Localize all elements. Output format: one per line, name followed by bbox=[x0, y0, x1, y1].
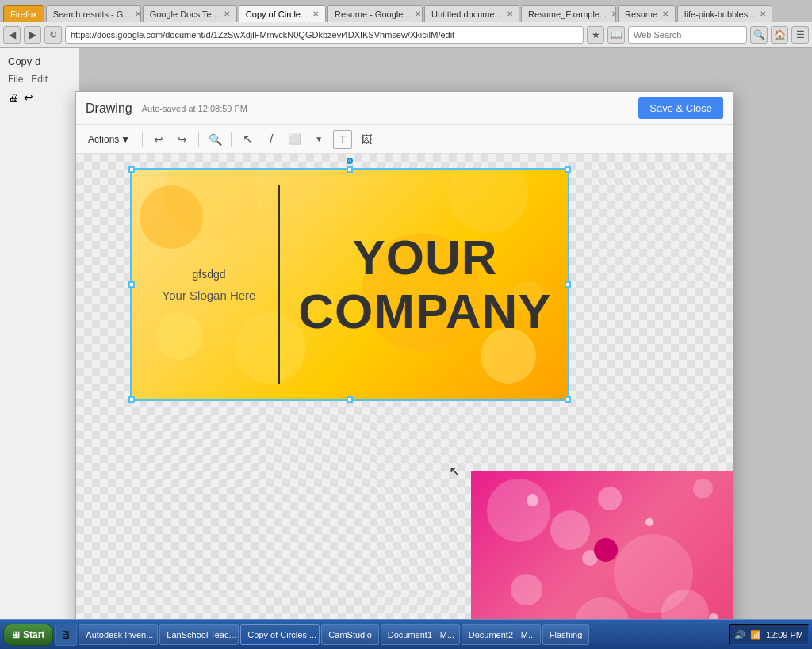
system-tray: 🔊 📶 12:09 PM bbox=[729, 624, 809, 645]
tab-label: Copy of Circle... bbox=[246, 10, 308, 19]
tab-close-icon[interactable]: ✕ bbox=[507, 10, 513, 18]
company-line1: YOUR bbox=[352, 230, 497, 284]
toolbar-separator-1 bbox=[142, 132, 143, 147]
tray-icon-2: 📶 bbox=[750, 630, 761, 640]
pink-bokeh-sm-1 bbox=[527, 494, 538, 506]
actions-arrow-icon: ▼ bbox=[121, 134, 130, 145]
start-label: Start bbox=[23, 629, 44, 640]
taskbar: ⊞ Start 🖥 Autodesk Inven... LanSchool Te… bbox=[0, 619, 812, 649]
taskbar-app-circles[interactable]: Copy of Circles ... bbox=[240, 624, 320, 645]
zoom-button[interactable]: 🔍 bbox=[205, 130, 224, 149]
pink-bokeh-1 bbox=[487, 479, 550, 542]
doc-title: Copy d bbox=[8, 55, 71, 67]
taskbar-app-label: Flashing bbox=[550, 630, 583, 639]
file-menu[interactable]: File bbox=[8, 74, 23, 85]
tab-resume2[interactable]: Resume ✕ bbox=[618, 5, 676, 22]
tab-close-icon[interactable]: ✕ bbox=[611, 10, 616, 18]
pink-bokeh-sm-3 bbox=[709, 613, 718, 619]
line-tool[interactable]: / bbox=[262, 130, 281, 149]
bookmark-button[interactable]: 📖 bbox=[607, 26, 625, 44]
menu-button[interactable]: ☰ bbox=[791, 26, 809, 44]
address-bar[interactable] bbox=[65, 26, 584, 44]
pink-bokeh-8 bbox=[574, 597, 630, 619]
tab-pink[interactable]: life-pink-bubbles... ✕ bbox=[677, 5, 772, 22]
taskbar-show-desktop[interactable]: 🖥 bbox=[55, 624, 77, 646]
card-slogan-text: Your Slogan Here bbox=[163, 288, 256, 302]
actions-label: Actions bbox=[88, 134, 119, 145]
business-card-wrapper[interactable]: gfsdgd Your Slogan Here YOUR COMPANY bbox=[132, 170, 568, 399]
rotation-handle[interactable] bbox=[347, 158, 353, 164]
select-tool[interactable]: ↖ bbox=[238, 130, 257, 149]
search-input[interactable] bbox=[628, 26, 747, 44]
tab-resume[interactable]: Resume - Google... ✕ bbox=[327, 5, 423, 22]
windows-icon: ⊞ bbox=[12, 629, 20, 640]
drawing-title-area: Drawing Auto-saved at 12:08:59 PM bbox=[86, 101, 247, 116]
star-button[interactable]: ★ bbox=[587, 26, 604, 44]
tab-firefox[interactable]: Firefox bbox=[3, 5, 44, 22]
taskbar-app-doc2[interactable]: Document2 - M... bbox=[462, 624, 541, 645]
tray-time: 12:09 PM bbox=[766, 630, 803, 639]
print-icon[interactable]: 🖨 bbox=[8, 91, 19, 104]
tab-label: Firefox bbox=[10, 10, 37, 19]
tab-label: Google Docs Te... bbox=[150, 10, 219, 19]
drawing-toolbar: Actions ▼ ↩ ↪ 🔍 ↖ / ⬜ ▼ T 🖼 bbox=[76, 125, 733, 154]
content-area: Copy d File Edit 🖨 ↩ Drawing Auto-saved … bbox=[0, 48, 812, 619]
doc-toolbar: 🖨 ↩ bbox=[8, 91, 71, 104]
tab-search[interactable]: Search results - G... ✕ bbox=[46, 5, 141, 22]
taskbar-app-label: Copy of Circles ... bbox=[247, 630, 316, 639]
save-close-button[interactable]: Save & Close bbox=[638, 97, 723, 119]
tab-close-icon[interactable]: ✕ bbox=[662, 10, 668, 18]
card-code-text: gfsdgd bbox=[192, 268, 225, 281]
tab-label: Resume - Google... bbox=[335, 10, 410, 19]
shape-tool[interactable]: ⬜ bbox=[285, 130, 304, 149]
card-divider bbox=[278, 185, 280, 384]
undo-button[interactable]: ↩ bbox=[149, 130, 168, 149]
browser-window: Firefox Search results - G... ✕ Google D… bbox=[0, 0, 812, 649]
tab-label: Resume_Example... bbox=[528, 10, 607, 19]
tab-copy-circle[interactable]: Copy of Circle... ✕ bbox=[239, 5, 326, 22]
back-button[interactable]: ◀ bbox=[3, 26, 21, 44]
tab-label: Resume bbox=[625, 10, 657, 19]
tab-close-icon[interactable]: ✕ bbox=[760, 10, 766, 18]
text-tool[interactable]: T bbox=[333, 130, 352, 149]
taskbar-app-autodesk[interactable]: Autodesk Inven... bbox=[79, 624, 158, 645]
taskbar-app-label: LanSchool Teac... bbox=[167, 630, 236, 639]
taskbar-app-doc1[interactable]: Document1 - M... bbox=[381, 624, 460, 645]
home-button[interactable]: 🏠 bbox=[771, 26, 788, 44]
edit-menu[interactable]: Edit bbox=[31, 74, 48, 85]
taskbar-app-flashing[interactable]: Flashing bbox=[542, 624, 590, 645]
card-company-name: YOUR COMPANY bbox=[298, 231, 551, 338]
refresh-button[interactable]: ↻ bbox=[44, 26, 62, 44]
actions-menu[interactable]: Actions ▼ bbox=[82, 132, 136, 147]
pink-bokeh-sm-2 bbox=[645, 518, 653, 526]
forward-button[interactable]: ▶ bbox=[24, 26, 41, 44]
pink-bokeh-image[interactable] bbox=[471, 471, 733, 619]
tab-label: life-pink-bubbles... bbox=[684, 10, 755, 19]
tab-docs[interactable]: Google Docs Te... ✕ bbox=[143, 5, 237, 22]
tab-bar: Firefox Search results - G... ✕ Google D… bbox=[0, 0, 812, 22]
autosave-text: Auto-saved at 12:08:59 PM bbox=[142, 104, 247, 113]
search-go-button[interactable]: 🔍 bbox=[750, 26, 768, 44]
undo-icon[interactable]: ↩ bbox=[24, 91, 33, 104]
business-card: gfsdgd Your Slogan Here YOUR COMPANY bbox=[132, 170, 568, 399]
tab-close-icon[interactable]: ✕ bbox=[224, 10, 230, 18]
image-tool[interactable]: 🖼 bbox=[357, 130, 376, 149]
redo-button[interactable]: ↪ bbox=[173, 130, 192, 149]
cursor: ↖ bbox=[449, 463, 461, 480]
canvas-area[interactable]: gfsdgd Your Slogan Here YOUR COMPANY bbox=[76, 154, 733, 619]
taskbar-app-label: CamStudio bbox=[328, 630, 371, 639]
tab-untitled[interactable]: Untitled docume... ✕ bbox=[424, 5, 519, 22]
company-line2: COMPANY bbox=[298, 284, 551, 338]
pink-bokeh-5 bbox=[511, 574, 542, 605]
taskbar-app-label: Document2 - M... bbox=[469, 630, 535, 639]
taskbar-app-camstudio[interactable]: CamStudio bbox=[321, 624, 378, 645]
taskbar-app-lanschool[interactable]: LanSchool Teac... bbox=[159, 624, 239, 645]
tab-close-icon[interactable]: ✕ bbox=[312, 10, 319, 18]
tab-close-icon[interactable]: ✕ bbox=[135, 10, 140, 18]
tab-resume-example[interactable]: Resume_Example... ✕ bbox=[521, 5, 616, 22]
tab-close-icon[interactable]: ✕ bbox=[415, 10, 421, 18]
shape-dropdown[interactable]: ▼ bbox=[309, 130, 328, 149]
pink-bokeh-sm-4 bbox=[693, 479, 713, 498]
tray-icon-1: 🔊 bbox=[734, 630, 745, 640]
start-button[interactable]: ⊞ Start bbox=[3, 624, 53, 646]
